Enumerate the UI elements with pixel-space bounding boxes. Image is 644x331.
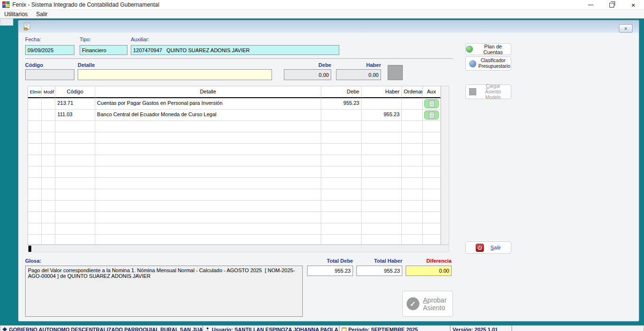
cargar-asiento-modelo-button[interactable]: Cargar Asiento Modelo xyxy=(465,84,511,99)
statusbar: GOBIERNO AUTONOMO DESCENTRALIZADO PARROQ… xyxy=(0,325,644,331)
auxiliar-label: Auxiliar: xyxy=(131,37,149,42)
statusbar-usuario: Usuario: SANTILLAN ESPINOZA JOHANNA PAOL… xyxy=(203,325,339,331)
close-icon: × xyxy=(631,1,635,9)
grid-cell xyxy=(362,121,402,132)
close-asiento-button[interactable]: × xyxy=(619,24,633,33)
plan-de-cuentas-button[interactable]: Plan de Cuentas xyxy=(465,43,511,55)
salir-button[interactable]: Salir xyxy=(465,241,511,254)
grid-cell xyxy=(402,155,423,166)
grid-row xyxy=(28,121,441,132)
grid-body: 213.71Cuentas por Pagar Gastos en Person… xyxy=(28,98,441,245)
grid-cell xyxy=(42,132,55,144)
entity-icon xyxy=(2,327,7,331)
grid-cell-aux xyxy=(423,201,441,212)
grid-cell xyxy=(321,178,362,189)
plan-de-cuentas-label: Plan de Cuentas xyxy=(475,44,511,55)
grid-cell xyxy=(55,223,95,235)
grid-row xyxy=(28,201,441,212)
grid-row xyxy=(28,155,441,166)
grid-cell xyxy=(321,132,362,144)
minimize-button[interactable] xyxy=(580,0,601,9)
asiento-grid: Elimin Modif Código Detalle Debe Haber O… xyxy=(27,86,441,245)
grid-cell xyxy=(402,201,423,212)
grid-cell xyxy=(95,212,321,223)
grid-cell xyxy=(95,201,321,212)
grid-row[interactable]: 213.71Cuentas por Pagar Gastos en Person… xyxy=(28,98,441,110)
grid-cell xyxy=(362,132,402,144)
grid-cell xyxy=(321,155,362,166)
grid-cell xyxy=(402,166,423,178)
grid-row xyxy=(28,235,441,245)
total-debe-label: Total Debe xyxy=(307,258,353,264)
debe-input[interactable] xyxy=(284,69,331,80)
aprobar-asiento-label: Aprobar Asiento xyxy=(423,296,449,312)
grid-cell xyxy=(95,223,321,235)
grid-cell xyxy=(362,155,402,166)
grid-cell xyxy=(42,235,55,245)
grid-cell xyxy=(95,235,321,245)
grid-row[interactable]: 111.03Banco Central del Ecuador Moneda d… xyxy=(28,110,441,121)
grid-cell xyxy=(321,121,362,132)
entity-text: GOBIERNO AUTONOMO DESCENTRALIZADO PARROQ… xyxy=(9,327,203,331)
blue-sphere-icon xyxy=(469,60,476,67)
grid-cell xyxy=(321,201,362,212)
grid-cell xyxy=(42,178,55,189)
grid-cell xyxy=(95,189,321,201)
grid-cell-aux xyxy=(423,189,441,201)
grid-header-codigo: Código xyxy=(55,86,95,98)
haber-input[interactable] xyxy=(336,69,381,80)
asiento-window-header: × xyxy=(18,20,639,33)
menu-item-salir[interactable]: Salir xyxy=(32,10,52,18)
grid-cell: 955.23 xyxy=(321,98,362,110)
grid-row xyxy=(28,132,441,144)
grid-cell xyxy=(28,98,42,110)
grid-cell xyxy=(402,110,423,121)
grid-header-elimin: Elimin xyxy=(28,86,42,98)
titlebar: Fenix - Sistema Integrado de Contabilida… xyxy=(0,0,644,10)
clasificador-presupuestario-button[interactable]: Clasificador Presupuestario xyxy=(465,56,511,71)
grid-row xyxy=(28,189,441,201)
grid-row xyxy=(28,178,441,189)
fecha-input[interactable] xyxy=(25,45,74,55)
grid-cell xyxy=(28,189,42,201)
grid-cell-aux xyxy=(423,212,441,223)
glosa-textarea[interactable] xyxy=(25,266,303,317)
grid-cell xyxy=(95,132,321,144)
detalle-input[interactable] xyxy=(78,69,272,80)
grid-cell-aux xyxy=(423,110,441,121)
debe-label: Debe xyxy=(284,62,331,68)
grid-cell xyxy=(362,166,402,178)
detalle-label: Detalle xyxy=(78,62,95,68)
grid-cell xyxy=(28,235,42,245)
app-window: Fenix - Sistema Integrado de Contabilida… xyxy=(0,0,644,331)
restore-button[interactable] xyxy=(601,0,623,9)
tipo-input[interactable] xyxy=(80,45,127,55)
aux-button[interactable] xyxy=(424,99,439,108)
close-button[interactable]: × xyxy=(623,0,644,9)
grid-cell xyxy=(362,178,402,189)
grid-cell: Banco Central del Ecuador Moneda de Curs… xyxy=(95,110,321,121)
cargar-asiento-modelo-label: Cargar Asiento Modelo xyxy=(479,83,508,101)
gray-square-button[interactable] xyxy=(388,65,403,80)
grid-vertical-scrollbar[interactable] xyxy=(441,86,449,245)
codigo-label: Código xyxy=(25,62,43,68)
grid-cell xyxy=(42,110,55,121)
grid-cell xyxy=(95,155,321,166)
grid-row xyxy=(28,212,441,223)
grid-cell xyxy=(402,223,423,235)
menubar: Utilitarios Salir xyxy=(0,10,644,18)
grid-cell xyxy=(55,155,95,166)
grid-cell-aux xyxy=(423,121,441,132)
grid-cell xyxy=(28,223,42,235)
version-text: Versión: 2025 1.01 xyxy=(453,327,498,331)
grid-cell-aux xyxy=(423,144,441,155)
aprobar-asiento-button[interactable]: ✓ Aprobar Asiento xyxy=(402,291,453,317)
statusbar-entity: GOBIERNO AUTONOMO DESCENTRALIZADO PARROQ… xyxy=(0,325,203,331)
grid-cell xyxy=(402,212,423,223)
codigo-input[interactable] xyxy=(25,69,74,80)
grid-bottom-strip[interactable] xyxy=(27,245,449,252)
total-haber-label: Total Haber xyxy=(356,258,402,264)
auxiliar-input[interactable] xyxy=(131,45,339,55)
aux-button[interactable] xyxy=(424,110,439,120)
menu-item-utilitarios[interactable]: Utilitarios xyxy=(0,10,32,18)
